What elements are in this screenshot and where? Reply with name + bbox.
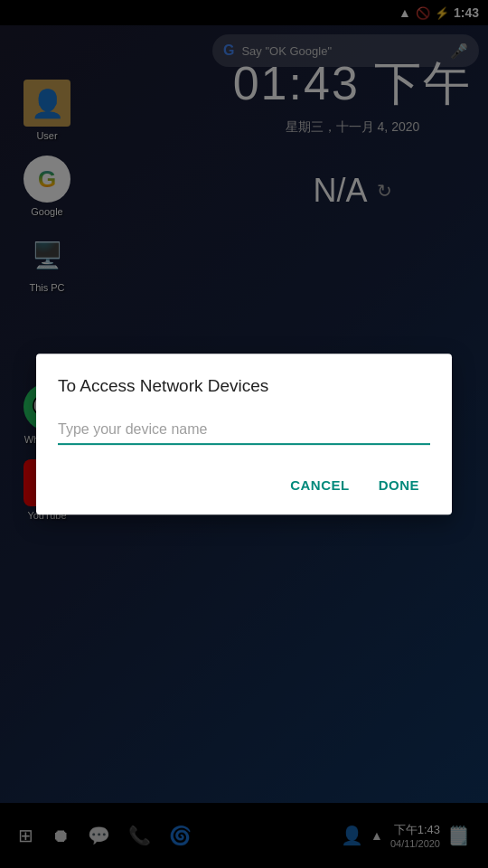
device-name-input[interactable] <box>58 416 430 445</box>
done-button[interactable]: DONE <box>368 470 430 500</box>
dialog-title: To Access Network Devices <box>58 375 430 398</box>
dialog-actions: CANCEL DONE <box>58 470 430 500</box>
dialog: To Access Network Devices CANCEL DONE <box>36 354 452 514</box>
cancel-button[interactable]: CANCEL <box>279 470 361 500</box>
